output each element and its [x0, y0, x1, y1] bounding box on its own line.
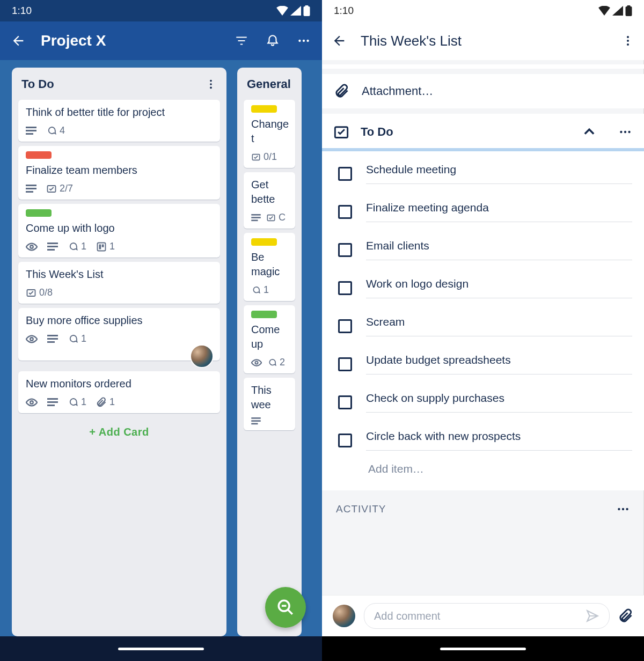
fab-zoom-button[interactable] [265, 587, 306, 628]
overflow-button[interactable] [295, 34, 312, 48]
activity-menu-button[interactable] [616, 502, 630, 516]
checklist-item[interactable]: Work on logo design [322, 269, 644, 307]
more-vertical-icon [621, 34, 634, 47]
checklist-menu-button[interactable] [618, 125, 632, 139]
checkbox[interactable] [338, 319, 352, 333]
description-icon [26, 185, 36, 193]
board-title: Project X [41, 32, 219, 49]
attachment-badge: 1 [96, 241, 115, 252]
card-title: Buy more office supplies [26, 313, 213, 328]
checkbox[interactable] [338, 281, 352, 295]
card[interactable]: Be magic 1 [244, 233, 295, 301]
checkbox[interactable] [338, 395, 352, 409]
comments-badge: 1 [68, 333, 86, 344]
description-icon [47, 398, 58, 407]
card-title: Get bette [251, 178, 288, 207]
badge-count: 1 [264, 284, 269, 296]
card[interactable]: This Week's List 0/8 [18, 262, 220, 304]
svg-point-50 [624, 131, 626, 133]
card[interactable]: Buy more office supplies 1 [18, 308, 220, 361]
checklist-item[interactable]: Scream [322, 307, 644, 345]
card[interactable]: Come up with logo 1 1 [18, 204, 220, 258]
card[interactable]: Get bette C [244, 172, 295, 229]
send-button[interactable] [586, 609, 599, 623]
svg-point-45 [627, 36, 629, 38]
list-title[interactable]: To Do [21, 77, 54, 91]
member-avatar[interactable] [190, 344, 214, 368]
svg-rect-16 [47, 243, 58, 244]
user-avatar[interactable] [333, 605, 355, 627]
card-title: Finalize team members [26, 163, 213, 178]
add-checklist-item[interactable]: Add item… [322, 459, 644, 485]
description-icon [47, 243, 58, 251]
status-bar: 1:10 [0, 0, 322, 21]
checkbox[interactable] [338, 167, 352, 181]
checklist-item[interactable]: Circle back with new prospects [322, 421, 644, 459]
comment-icon [68, 398, 78, 407]
description-icon [251, 214, 261, 222]
svg-rect-1 [305, 5, 309, 7]
battery-icon [303, 5, 310, 16]
card-detail-screen: 1:10 This Week's List Attachment… [322, 0, 644, 661]
checklist-item[interactable]: Schedule meeting [322, 155, 644, 193]
overflow-button[interactable] [621, 34, 634, 47]
svg-rect-34 [251, 219, 258, 221]
checklist-header: To Do [322, 114, 644, 151]
svg-rect-44 [627, 5, 631, 7]
svg-rect-37 [251, 417, 261, 419]
card-badges: 0/8 [26, 287, 213, 298]
card-badges: 2/7 [26, 183, 213, 194]
checklist-item[interactable]: Update budget spreadsheets [322, 345, 644, 383]
svg-rect-20 [99, 244, 101, 249]
svg-point-5 [210, 80, 212, 82]
card[interactable]: Change t 0/1 [244, 100, 295, 168]
checklist-item[interactable]: Finalize meeting agenda [322, 193, 644, 231]
clock: 1:10 [334, 5, 354, 17]
list-title[interactable]: General [247, 77, 291, 91]
checklist-item[interactable]: Check on supply purchases [322, 383, 644, 421]
card-title: Be magic [251, 250, 288, 279]
checklist-icon [251, 153, 261, 161]
card[interactable]: Come up 2 [244, 305, 295, 373]
checklist-icon [334, 124, 349, 139]
board-lists[interactable]: To Do Think of better title for project … [0, 60, 322, 636]
board-screen: 1:10 Project X To Do [0, 0, 322, 661]
filter-button[interactable] [233, 34, 250, 48]
label-green [251, 311, 277, 318]
attachment-badge: 1 [96, 396, 115, 408]
checkbox[interactable] [338, 243, 352, 257]
notifications-button[interactable] [264, 34, 281, 48]
card[interactable]: New monitors ordered 1 1 [18, 371, 220, 413]
checkbox[interactable] [338, 205, 352, 219]
back-button[interactable] [10, 33, 27, 48]
checklist-item[interactable]: Email clients [322, 231, 644, 269]
back-button[interactable] [332, 33, 347, 48]
card[interactable]: Finalize team members 2/7 [18, 146, 220, 200]
checklist-title[interactable]: To Do [361, 125, 570, 139]
gesture-pill[interactable] [440, 648, 526, 650]
description-badge [47, 398, 58, 407]
add-attachment-row[interactable]: Attachment… [322, 74, 644, 108]
card[interactable]: This wee [244, 378, 295, 430]
collapse-button[interactable] [582, 124, 597, 139]
checkbox[interactable] [338, 357, 352, 371]
checklist-badge: C [266, 212, 286, 223]
checkbox[interactable] [338, 434, 352, 447]
nav-bar [322, 636, 644, 661]
card[interactable]: Think of better title for project 4 [18, 100, 220, 142]
comment-icon [267, 358, 277, 367]
description-badge [26, 185, 36, 193]
add-card-button[interactable]: + Add Card [12, 415, 226, 443]
list-menu-button[interactable] [205, 78, 217, 90]
gesture-pill[interactable] [118, 648, 204, 650]
detail-scroll-area[interactable]: Attachment… To Do Schedule meeting Final… [322, 60, 644, 661]
attach-button[interactable] [618, 608, 633, 623]
comment-icon [68, 242, 78, 252]
comment-input[interactable]: Add comment [364, 603, 610, 629]
wifi-icon [276, 6, 288, 16]
comments-badge: 2 [267, 357, 285, 368]
badge-count: 2 [280, 357, 285, 368]
badge-count: 4 [60, 125, 65, 136]
svg-point-15 [30, 245, 33, 248]
description-badge [47, 335, 58, 343]
